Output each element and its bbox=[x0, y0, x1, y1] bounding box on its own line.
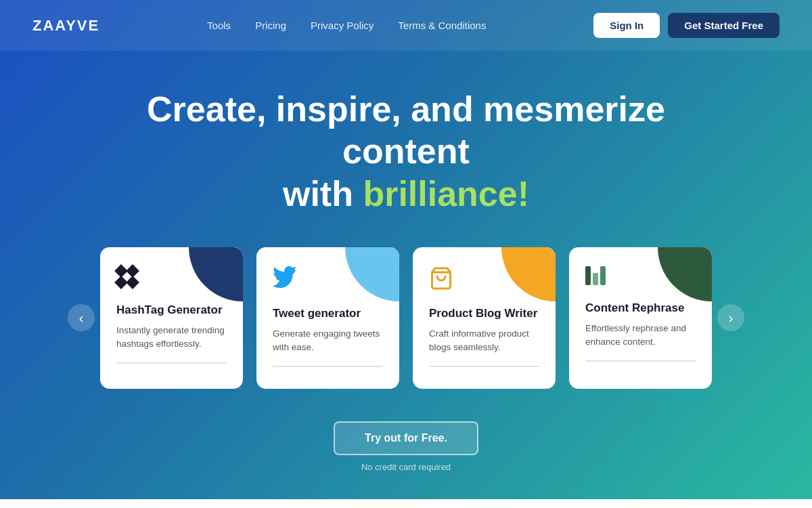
card-tweet-title: Tweet generator bbox=[273, 307, 383, 320]
card-corner-hashtag bbox=[189, 247, 243, 301]
card-blog-desc: Craft informative product blogs seamless… bbox=[429, 327, 539, 355]
card-blog-title: Product Blog Writer bbox=[429, 307, 539, 320]
nav-links: Tools Pricing Privacy Policy Terms & Con… bbox=[207, 20, 486, 32]
nav-item-tools[interactable]: Tools bbox=[207, 20, 231, 31]
card-blog: Product Blog Writer Craft informative pr… bbox=[413, 247, 556, 389]
next-button[interactable]: › bbox=[717, 304, 744, 331]
prev-button[interactable]: ‹ bbox=[68, 304, 95, 331]
how-section: How it Works Maximize efficiency across … bbox=[0, 499, 812, 508]
nav-item-terms[interactable]: Terms & Conditions bbox=[398, 20, 486, 31]
card-hashtag-divider bbox=[116, 362, 227, 364]
card-rephrase-desc: Effortlessly rephrase and enhance conten… bbox=[585, 322, 696, 350]
try-free-button[interactable]: Try out for Free. bbox=[334, 421, 478, 455]
no-card-text: No credit card required bbox=[361, 462, 451, 472]
card-hashtag-desc: Instantly generate trending hashtags eff… bbox=[116, 324, 227, 352]
card-rephrase-divider bbox=[585, 360, 696, 362]
card-rephrase: Content Rephrase Effortlessly rephrase a… bbox=[569, 247, 712, 389]
card-tweet-divider bbox=[273, 366, 383, 367]
nav-actions: Sign In Get Started Free bbox=[593, 13, 780, 38]
card-hashtag-title: HashTag Generator bbox=[116, 303, 227, 317]
card-tweet: Tweet generator Generate engaging tweets… bbox=[256, 247, 399, 389]
getstarted-button[interactable]: Get Started Free bbox=[668, 13, 780, 38]
nav-item-privacy[interactable]: Privacy Policy bbox=[311, 20, 374, 31]
card-corner-tweet bbox=[345, 247, 399, 301]
card-corner-blog bbox=[501, 247, 556, 301]
card-blog-divider bbox=[429, 366, 539, 367]
hero-section: Create, inspire, and mesmerize content w… bbox=[0, 0, 812, 499]
card-rephrase-title: Content Rephrase bbox=[585, 301, 696, 315]
signin-button[interactable]: Sign In bbox=[593, 13, 660, 38]
hero-title: Create, inspire, and mesmerize content w… bbox=[115, 88, 697, 215]
card-hashtag: HashTag Generator Instantly generate tre… bbox=[100, 247, 243, 389]
hero-highlight: brilliance! bbox=[363, 174, 529, 213]
card-corner-rephrase bbox=[658, 247, 712, 301]
navbar: ZAAYVE Tools Pricing Privacy Policy Term… bbox=[0, 0, 812, 51]
carousel: ‹ HashTag Generator Instantly generate t… bbox=[68, 247, 744, 389]
cards-row: HashTag Generator Instantly generate tre… bbox=[95, 247, 717, 389]
card-tweet-desc: Generate engaging tweets with ease. bbox=[273, 327, 383, 355]
logo: ZAAYVE bbox=[32, 17, 99, 35]
cta-section: Try out for Free. No credit card require… bbox=[334, 421, 478, 472]
nav-item-pricing[interactable]: Pricing bbox=[255, 20, 286, 31]
